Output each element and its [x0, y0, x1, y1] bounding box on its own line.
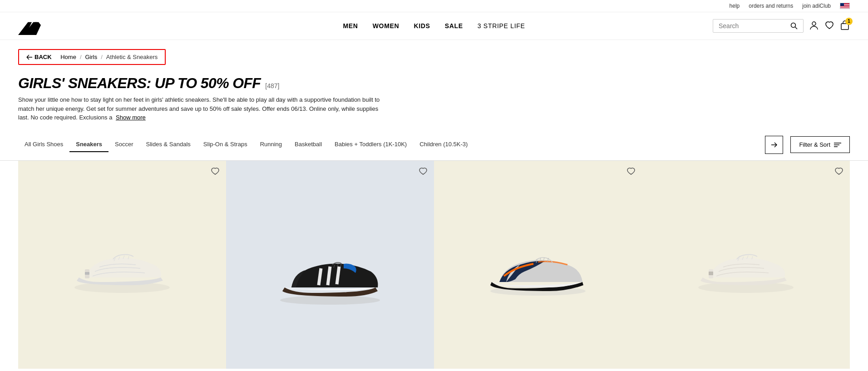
back-arrow-icon: [26, 54, 33, 60]
breadcrumb-current: Athletic & Sneakers: [106, 54, 158, 60]
tab-basketball[interactable]: Basketball: [288, 137, 328, 152]
product-card-2[interactable]: [226, 161, 434, 369]
cart-wrapper-main[interactable]: 1: [840, 20, 850, 32]
logo-area[interactable]: [18, 17, 41, 35]
tab-soccer[interactable]: Soccer: [108, 137, 139, 152]
arrow-right-icon: [771, 142, 777, 148]
filter-tabs-row: All Girls Shoes Sneakers Soccer Slides &…: [0, 129, 868, 161]
nav-stripe-life[interactable]: 3 STRIPE LIFE: [478, 22, 525, 30]
breadcrumb-sep-1: /: [80, 54, 82, 60]
product-image-1: [18, 161, 226, 369]
search-box[interactable]: [713, 19, 804, 33]
utility-bar: help orders and returns join adiClub: [0, 0, 868, 12]
breadcrumb-box: BACK Home / Girls / Athletic & Sneakers: [18, 49, 166, 65]
filter-tabs: All Girls Shoes Sneakers Soccer Slides &…: [18, 137, 765, 152]
navbar: MEN WOMEN KIDS SALE 3 STRIPE LIFE: [0, 12, 868, 40]
product-image-4: [642, 161, 850, 369]
tab-slip-on-straps[interactable]: Slip-On & Straps: [197, 137, 254, 152]
tab-all-girls-shoes[interactable]: All Girls Shoes: [18, 137, 69, 152]
wishlist-btn-1[interactable]: [211, 167, 220, 178]
filter-icon: [834, 142, 841, 148]
tab-babies-toddlers[interactable]: Babies + Toddlers (1K-10K): [328, 137, 413, 152]
breadcrumb-girls[interactable]: Girls: [85, 54, 98, 60]
flag-icon: [840, 3, 850, 9]
nav-women[interactable]: WOMEN: [373, 22, 399, 30]
cart-wrapper[interactable]: [809, 20, 819, 32]
shoe-svg-1: [63, 228, 181, 301]
product-card-3[interactable]: [434, 161, 642, 369]
svg-line-4: [795, 27, 798, 30]
product-grid: [0, 161, 868, 369]
breadcrumb-home[interactable]: Home: [60, 54, 76, 60]
wishlist-wrapper[interactable]: [824, 20, 834, 32]
svg-point-3: [791, 23, 796, 28]
nav-sale[interactable]: SALE: [445, 22, 463, 30]
search-input[interactable]: [719, 22, 788, 30]
tab-slides-sandals[interactable]: Slides & Sandals: [140, 137, 197, 152]
breadcrumb-area: BACK Home / Girls / Athletic & Sneakers: [0, 40, 868, 69]
cart-badge: 1: [845, 18, 853, 25]
svg-rect-16: [85, 272, 89, 275]
shoe-svg-4: [687, 228, 805, 301]
tab-arrow-button[interactable]: [765, 136, 783, 154]
filter-sort-button[interactable]: Filter & Sort: [790, 136, 850, 153]
svg-rect-28: [709, 272, 713, 275]
product-card-1[interactable]: [18, 161, 226, 369]
shoe-svg-3: [479, 228, 597, 301]
nav-men[interactable]: MEN: [343, 22, 358, 30]
help-link[interactable]: help: [730, 3, 740, 9]
adidas-logo: [18, 17, 41, 35]
page-header: GIRLS' SNEAKERS: UP TO 50% OFF [487] Sho…: [0, 69, 868, 129]
nav-links: MEN WOMEN KIDS SALE 3 STRIPE LIFE: [343, 22, 525, 30]
product-image-2: [226, 161, 434, 369]
svg-point-17: [280, 296, 380, 305]
product-count: [487]: [265, 82, 279, 89]
wishlist-btn-2[interactable]: [419, 167, 428, 178]
product-image-3: [434, 161, 642, 369]
page-description: Show your little one how to stay light o…: [18, 95, 390, 122]
join-link[interactable]: join adiClub: [802, 3, 831, 9]
search-icon: [790, 22, 798, 30]
wishlist-btn-3[interactable]: [626, 167, 636, 178]
shoe-svg-2: [266, 219, 394, 310]
nav-kids[interactable]: KIDS: [414, 22, 430, 30]
breadcrumb-sep-2: /: [101, 54, 103, 60]
svg-point-5: [812, 22, 816, 25]
tab-running[interactable]: Running: [254, 137, 288, 152]
show-more-link[interactable]: Show more: [116, 114, 146, 121]
nav-right: 1: [713, 19, 850, 33]
page-title-line: GIRLS' SNEAKERS: UP TO 50% OFF [487]: [18, 75, 850, 92]
page-title: GIRLS' SNEAKERS: UP TO 50% OFF: [18, 75, 261, 92]
wishlist-icon[interactable]: [824, 25, 834, 32]
cart-icon[interactable]: [840, 25, 850, 32]
product-card-4[interactable]: [642, 161, 850, 369]
wishlist-btn-4[interactable]: [834, 167, 843, 178]
orders-link[interactable]: orders and returns: [749, 3, 793, 9]
account-icon[interactable]: [809, 25, 819, 32]
tab-sneakers[interactable]: Sneakers: [69, 137, 108, 152]
tab-children[interactable]: Children (10.5K-3): [413, 137, 474, 152]
back-button[interactable]: BACK: [26, 54, 52, 60]
